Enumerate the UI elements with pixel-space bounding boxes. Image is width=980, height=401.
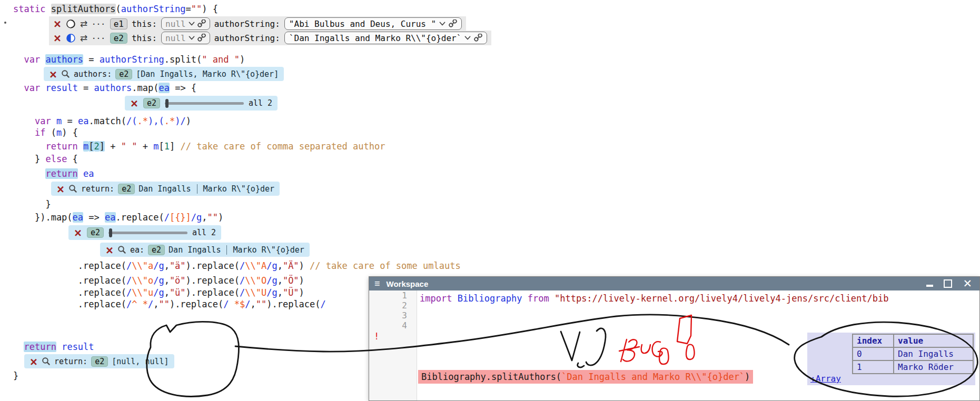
this-value-select[interactable]: null <box>161 17 210 30</box>
code-token: return <box>24 342 56 352</box>
code-token: , <box>278 287 283 298</box>
code-token: \\"O <box>245 275 266 286</box>
example-row-e1[interactable]: ×⇄···e1this:nullauthorString:"Abi Bulbus… <box>49 16 466 31</box>
chevron-down-icon[interactable] <box>189 21 195 26</box>
close-button[interactable]: ✕ <box>963 279 972 288</box>
example-badge-e2[interactable]: e2 <box>91 356 108 367</box>
example-badge-e2[interactable]: e2 <box>110 33 127 44</box>
probe-value: Marko R\"{o}der <box>203 184 274 194</box>
code-token: ea <box>83 168 94 179</box>
code-token: ea <box>105 212 115 223</box>
code-token: authors <box>94 83 132 93</box>
code-token: /g <box>266 260 277 271</box>
chevron-down-icon[interactable] <box>189 35 195 41</box>
probe-widget[interactable]: ×ea:e2Dan IngallsMarko R\"{o}der <box>100 243 310 257</box>
code-token: "ü" <box>170 287 186 298</box>
code-token: / <box>240 287 245 298</box>
iteration-slider[interactable] <box>165 102 244 105</box>
example-row-e2[interactable]: ×⇄···e2this:nullauthorString:`Dan Ingall… <box>49 31 491 45</box>
chevron-down-icon[interactable] <box>439 21 446 26</box>
code-token: = <box>62 116 78 126</box>
code-token: } <box>13 370 18 381</box>
code-token: result <box>45 83 77 93</box>
toggle-off-icon[interactable] <box>66 19 76 29</box>
probe-widget[interactable]: ×return:e2Dan IngallsMarko R\"{o}der <box>51 182 280 196</box>
chain-link-icon[interactable] <box>474 34 482 42</box>
slider-thumb[interactable] <box>165 99 169 108</box>
code-token <box>452 293 457 304</box>
code-token: / <box>223 299 229 309</box>
code-token: / <box>245 299 250 309</box>
more-options-icon[interactable]: ··· <box>92 20 105 28</box>
example-badge-e2[interactable]: e2 <box>87 227 104 238</box>
swap-arrows-icon[interactable]: ⇄ <box>80 33 87 43</box>
example-badge-e2[interactable]: e2 <box>148 245 165 255</box>
iteration-slider[interactable] <box>108 232 187 234</box>
code-token: ) <box>186 116 191 126</box>
chain-link-icon[interactable] <box>197 19 206 28</box>
code-token: var <box>24 54 40 65</box>
cell-index: 1 <box>853 360 894 374</box>
code-token: + <box>137 141 154 152</box>
example-badge-e2[interactable]: e2 <box>115 69 132 79</box>
maximize-button[interactable] <box>944 279 952 288</box>
minimize-button[interactable] <box>926 285 933 287</box>
chain-link-icon[interactable] <box>449 19 457 28</box>
workspace-window: ≡ Workspace ✕ 1234 ! import Bibliography… <box>369 276 980 401</box>
close-probe-icon[interactable]: × <box>53 34 62 42</box>
example-badge-e2[interactable]: e2 <box>118 184 135 194</box>
code-token: splitAuthors <box>51 4 116 14</box>
example-badge-e1[interactable]: e1 <box>110 18 127 29</box>
probe-widget[interactable]: ×authors:e2[Dan Ingalls, Marko R\"{o}der… <box>44 67 284 81</box>
code-token: .split( <box>164 54 202 65</box>
code-token: / <box>126 299 132 309</box>
code-token: ).replace( <box>186 275 240 286</box>
swap-arrows-icon[interactable]: ⇄ <box>80 18 87 29</box>
more-options-icon[interactable]: ··· <box>92 34 105 42</box>
cell-value: Marko Röder <box>894 360 973 374</box>
chain-link-icon[interactable] <box>197 34 206 42</box>
code-line: return m[2] + " " + m[1] // take care of… <box>13 141 385 152</box>
code-token: , <box>164 260 170 271</box>
cell-value: Dan Ingalls <box>894 347 973 360</box>
this-value-select[interactable]: null <box>161 32 210 44</box>
code-token: authorString <box>100 54 164 65</box>
example-slider-widget[interactable]: ×e2all 2 <box>68 225 221 240</box>
chevron-down-icon[interactable] <box>464 35 471 41</box>
probe-widget[interactable]: ×return:e2[null, null] <box>24 354 174 368</box>
code-token: 2 <box>94 141 100 152</box>
evaluated-expression[interactable]: Bibliography.splitAuthors(`Dan Ingalls a… <box>418 370 753 384</box>
example-badge-e2[interactable]: e2 <box>143 98 160 108</box>
table-header-value: value <box>894 334 973 347</box>
code-line: .replace(/\\"a/g,"ä").replace(/\\"A/g,"Ä… <box>13 260 461 272</box>
close-probe-icon[interactable]: × <box>29 357 38 366</box>
window-title: Workspace <box>387 279 429 288</box>
toggle-on-icon[interactable] <box>66 33 76 43</box>
code-token: => <box>83 212 105 223</box>
workspace-titlebar[interactable]: ≡ Workspace ✕ <box>369 277 979 290</box>
close-probe-icon[interactable]: × <box>53 19 62 28</box>
close-probe-icon[interactable]: × <box>49 70 57 78</box>
close-probe-icon[interactable]: × <box>105 246 114 254</box>
probe-label: return: <box>81 184 114 194</box>
slider-label: all 2 <box>249 98 272 108</box>
this-value: null <box>165 19 186 29</box>
code-token: else <box>45 154 67 164</box>
workspace-code-line[interactable]: import Bibliography from "https://lively… <box>420 292 889 305</box>
example-slider-widget[interactable]: ×e2all 2 <box>125 96 278 111</box>
slider-thumb[interactable] <box>109 228 112 237</box>
code-token <box>522 293 528 304</box>
result-table: indexvalue0Dan Ingalls1Marko Röder <box>852 334 974 374</box>
param-value-select[interactable]: "Abi Bulbus and Deus, Curus " <box>284 17 462 30</box>
code-token: ] <box>100 141 105 152</box>
close-probe-icon[interactable]: × <box>74 228 82 237</box>
close-probe-icon[interactable]: × <box>56 185 65 193</box>
code-token: = <box>83 54 100 65</box>
hamburger-menu-icon[interactable]: ≡ <box>374 279 380 288</box>
code-token: [ <box>159 141 164 152</box>
code-line: } <box>13 198 51 210</box>
array-inspect-link[interactable]: :Array <box>810 374 841 384</box>
close-probe-icon[interactable]: × <box>130 99 138 107</box>
code-line: .replace(/\\"o/g,"ö").replace(/\\"O/g,"Ö… <box>13 275 304 286</box>
param-value-select[interactable]: `Dan Ingalls and Marko R\\"{o}der` <box>284 32 488 44</box>
